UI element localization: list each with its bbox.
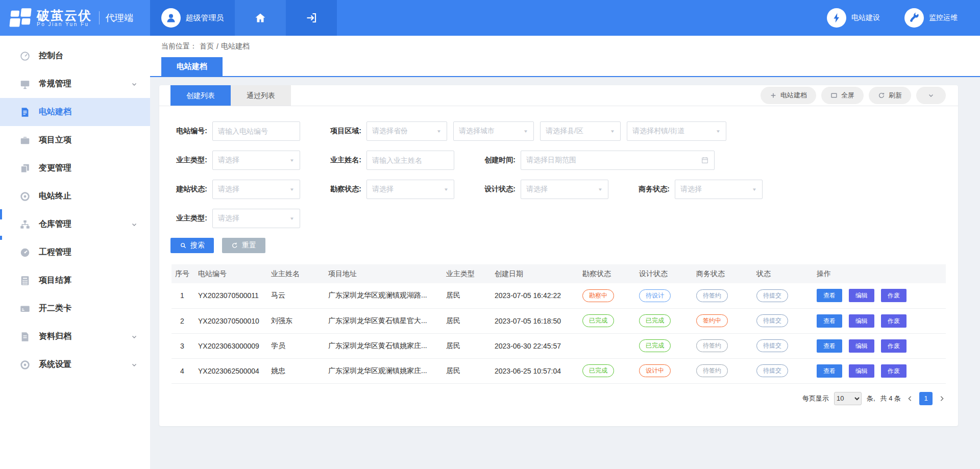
sidebar-item-label: 项目结算 xyxy=(39,275,71,286)
province-select[interactable]: 请选择省份▼ xyxy=(366,121,447,141)
per-page-select[interactable]: 10 xyxy=(834,392,862,405)
sidebar-item-9[interactable]: 开二类卡 xyxy=(0,294,150,323)
sidebar-scrollbar[interactable] xyxy=(0,209,2,219)
refresh-button[interactable]: 刷新 xyxy=(869,87,911,104)
fullscreen-icon xyxy=(830,92,838,99)
filter-label: 创建时间: xyxy=(479,156,516,165)
edit-button[interactable]: 编辑 xyxy=(849,289,874,302)
page-tab-bar: 电站建档 xyxy=(150,57,980,77)
next-page-button[interactable] xyxy=(938,394,946,403)
design-status-select[interactable]: 请选择▼ xyxy=(521,180,608,199)
search-icon xyxy=(180,242,187,249)
cell-index: 4 xyxy=(172,358,193,383)
sidebar-item-5[interactable]: 电站终止 xyxy=(0,182,150,210)
cell-actions: 查看编辑作废 xyxy=(812,333,946,358)
owner-type2-select[interactable]: 请选择▼ xyxy=(212,209,300,228)
cell-owner-type: 居民 xyxy=(441,283,489,308)
page-number[interactable]: 1 xyxy=(919,392,933,405)
user-menu[interactable]: 超级管理员 xyxy=(150,0,235,36)
city-select[interactable]: 请选择城市▼ xyxy=(453,121,534,141)
void-button[interactable]: 作废 xyxy=(881,364,906,378)
view-button[interactable]: 查看 xyxy=(817,314,842,328)
home-button[interactable] xyxy=(235,0,286,36)
sidebar-item-8[interactable]: 项目结算 xyxy=(0,266,150,294)
chevron-down-icon xyxy=(927,92,935,99)
tab-passed-list[interactable]: 通过列表 xyxy=(231,85,291,106)
survey-status-select[interactable]: 请选择▼ xyxy=(366,180,454,199)
status-badge: 待设计 xyxy=(639,289,671,302)
prev-page-button[interactable] xyxy=(906,394,914,403)
logout-button[interactable] xyxy=(286,0,337,36)
cell-owner-type: 居民 xyxy=(441,333,489,358)
wrench-icon xyxy=(904,8,924,28)
tab-create-list[interactable]: 创建列表 xyxy=(170,85,231,106)
per-page-label: 每页显示 xyxy=(802,394,829,403)
chevron-down-icon: ▼ xyxy=(444,187,449,192)
town-select[interactable]: 请选择村镇/街道▼ xyxy=(627,121,726,141)
breadcrumb-label: 当前位置： xyxy=(161,42,197,51)
fullscreen-button[interactable]: 全屏 xyxy=(821,87,864,104)
chevron-down-icon: ▼ xyxy=(289,187,295,192)
filter-label: 业主类型: xyxy=(170,156,207,165)
sidebar-scrollbar-fragment[interactable] xyxy=(0,236,2,240)
status-badge: 已完成 xyxy=(639,339,671,352)
chevron-left-icon xyxy=(906,394,914,403)
edit-button[interactable]: 编辑 xyxy=(849,364,874,378)
create-station-button[interactable]: 电站建档 xyxy=(761,87,816,104)
cell-survey-status: 已完成 xyxy=(577,308,634,333)
view-button[interactable]: 查看 xyxy=(817,339,842,353)
create-time-range-input[interactable]: 请选择日期范围 xyxy=(521,151,715,170)
total-label: 共 4 条 xyxy=(880,394,901,403)
column-header: 状态 xyxy=(751,264,812,283)
cell-owner-type: 居民 xyxy=(441,358,489,383)
reset-button[interactable]: 重置 xyxy=(222,238,265,253)
divider xyxy=(99,11,100,24)
edit-button[interactable]: 编辑 xyxy=(849,314,874,328)
sidebar-item-7[interactable]: 工程管理 xyxy=(0,238,150,266)
station-no-input[interactable] xyxy=(212,121,300,141)
sidebar-item-4[interactable]: 变更管理 xyxy=(0,154,150,182)
collapse-button[interactable] xyxy=(916,87,946,104)
chevron-down-icon: ▼ xyxy=(598,187,603,192)
header-nav-1[interactable]: 监控运维 xyxy=(904,8,958,28)
edit-button[interactable]: 编辑 xyxy=(849,339,874,353)
filter-form: 电站编号: 项目区域: 请选择省份▼ 请选择城市▼ 请选择县/区▼ 请选择村镇/… xyxy=(159,106,958,228)
owner-name-input[interactable] xyxy=(366,151,454,170)
cell-business-status: 待签约 xyxy=(691,333,751,358)
sidebar-item-10[interactable]: 资料归档 xyxy=(0,323,150,351)
sidebar-item-1[interactable]: 常规管理 xyxy=(0,70,150,98)
status-badge: 待签约 xyxy=(696,364,728,377)
header-nav-0[interactable]: 电站建设 xyxy=(827,8,880,28)
unit-label: 条, xyxy=(867,394,875,403)
county-select[interactable]: 请选择县/区▼ xyxy=(540,121,621,141)
copy-icon xyxy=(19,163,31,174)
sidebar-item-6[interactable]: 仓库管理 xyxy=(0,210,150,238)
cell-business-status: 签约中 xyxy=(691,308,751,333)
cell-address: 广东深圳龙华区黄石镇星官大... xyxy=(323,308,441,333)
column-header: 创建日期 xyxy=(489,264,577,283)
table-header-row: 序号电站编号业主姓名项目地址业主类型创建日期勘察状态设计状态商务状态状态操作 xyxy=(172,264,946,283)
void-button[interactable]: 作废 xyxy=(881,339,906,353)
table-row: 2YX2023070500010刘强东广东深圳龙华区黄石镇星官大...居民202… xyxy=(172,308,946,333)
card-header: 创建列表 通过列表 电站建档 全屏 刷新 xyxy=(159,85,958,106)
page-tab-active[interactable]: 电站建档 xyxy=(161,57,223,76)
view-button[interactable]: 查看 xyxy=(817,364,842,378)
breadcrumb-home-link[interactable]: 首页 xyxy=(200,42,214,51)
search-button[interactable]: 搜索 xyxy=(170,238,214,253)
sidebar-item-2[interactable]: 电站建档 xyxy=(0,98,150,126)
logo-title: 破茧云伏 xyxy=(37,9,92,22)
sidebar-item-11[interactable]: 系统设置 xyxy=(0,351,150,379)
view-button[interactable]: 查看 xyxy=(817,289,842,302)
sidebar-item-0[interactable]: 控制台 xyxy=(0,42,150,70)
status-badge: 待签约 xyxy=(696,339,728,352)
business-status-select[interactable]: 请选择▼ xyxy=(675,180,763,199)
build-status-select[interactable]: 请选择▼ xyxy=(212,180,300,199)
owner-type-select[interactable]: 请选择▼ xyxy=(212,151,300,170)
chevron-down-icon xyxy=(131,221,138,228)
column-header: 设计状态 xyxy=(634,264,691,283)
sidebar-item-3[interactable]: 项目立项 xyxy=(0,126,150,154)
filter-label: 商务状态: xyxy=(633,185,670,194)
void-button[interactable]: 作废 xyxy=(881,289,906,302)
breadcrumb: 当前位置： 首页 / 电站建档 xyxy=(150,36,980,57)
void-button[interactable]: 作废 xyxy=(881,314,906,328)
